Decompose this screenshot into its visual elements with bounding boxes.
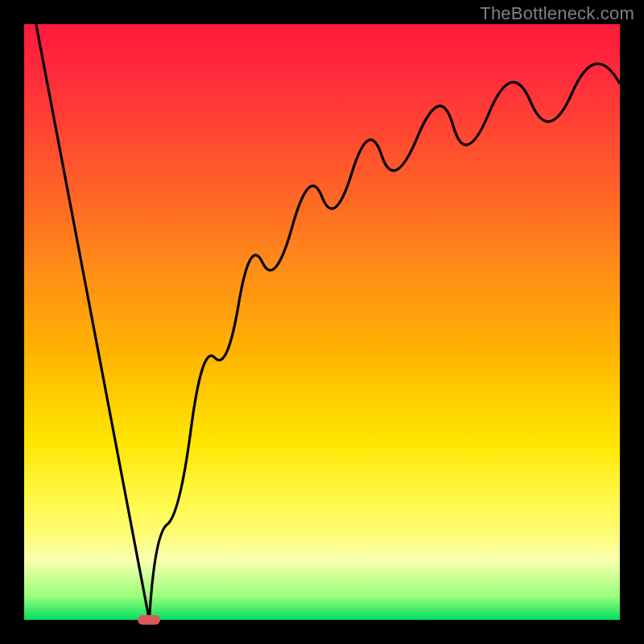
watermark-text: TheBottleneck.com [480,3,634,24]
plot-area [24,24,620,620]
minimum-marker [138,615,160,625]
curve-svg [24,24,620,620]
bottleneck-curve [36,24,620,620]
chart-frame: TheBottleneck.com [0,0,644,644]
